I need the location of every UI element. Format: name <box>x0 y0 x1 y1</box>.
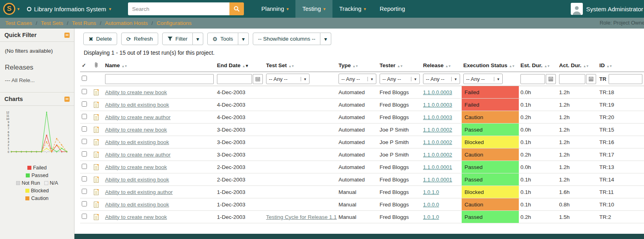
app-logo[interactable]: S <box>3 3 15 15</box>
table-row: Ability to create new author3-Dec-2003Au… <box>80 148 644 161</box>
column-header-type[interactable]: Type▲▼ <box>337 59 378 72</box>
show-hide-columns-select[interactable]: -- Show/hide columns -- <box>253 33 321 45</box>
row-checkbox[interactable] <box>82 126 87 132</box>
tools-button[interactable]: ⚙Tools <box>207 33 238 45</box>
logo-chevron-down-icon[interactable]: ▾ <box>17 6 20 12</box>
collapse-icon[interactable] <box>64 33 70 38</box>
row-checkbox[interactable] <box>82 201 87 206</box>
end-date-filter-input[interactable] <box>217 74 252 84</box>
release-link[interactable]: 1.0.1.0 <box>423 214 439 220</box>
column-header-test-set[interactable]: Test Set▲▼ <box>264 59 337 72</box>
test-run-icon <box>94 127 99 133</box>
release-link[interactable]: 1.1.0.0.0002 <box>423 152 452 158</box>
table-row: Ability to create new book2-Dec-2003Auto… <box>80 161 644 173</box>
test-set-filter-select[interactable]: -- Any --▾ <box>266 74 310 84</box>
release-link[interactable]: 1.0.0.0 <box>423 202 439 208</box>
column-header-est-dur[interactable]: Est. Dur.▲▼ <box>519 59 557 72</box>
column-header-execution-status[interactable]: Execution Status▲▼ <box>462 59 519 72</box>
column-header-release[interactable]: Release▲▼ <box>421 59 462 72</box>
chevron-down-icon: ▾ <box>364 6 366 12</box>
test-run-name-link[interactable]: Ability to create new author <box>105 114 171 120</box>
test-run-name-link[interactable]: Ability to edit existing author <box>105 189 173 195</box>
tester-filter-select[interactable]: -- Any --▾ <box>380 74 420 84</box>
refresh-button[interactable]: ⟳Refresh <box>121 33 158 45</box>
act-dur-calculator-button[interactable] <box>586 74 596 84</box>
act-dur-filter-input[interactable] <box>559 74 585 84</box>
release-link[interactable]: 1.1.0.0.0003 <box>423 114 452 120</box>
name-filter-input[interactable] <box>105 74 214 84</box>
release-link[interactable]: 1.1.0.0.0003 <box>423 102 452 108</box>
est-dur-calculator-button[interactable] <box>546 74 556 84</box>
nav-item-planning[interactable]: Planning▾ <box>254 0 295 18</box>
nav-item-testing[interactable]: Testing▾ <box>295 0 332 18</box>
release-link[interactable]: 1.1.0.0.0003 <box>423 89 452 95</box>
test-run-name-link[interactable]: Ability to create new book <box>105 127 167 133</box>
row-checkbox[interactable] <box>82 189 87 194</box>
row-checkbox[interactable] <box>82 139 87 144</box>
est-dur-cell: 0.0h <box>519 86 557 99</box>
column-header-act-dur[interactable]: Act. Dur.▲▼ <box>557 59 598 72</box>
release-filter-select[interactable]: -- Any --▾ <box>423 74 460 84</box>
breadcrumb-automation-hosts[interactable]: Automation Hosts <box>105 20 148 26</box>
type-filter-select[interactable]: -- Any --▾ <box>339 74 376 84</box>
test-runs-table: ✓ Name▲▼ End Date▲▼ Test Set▲▼ Type▲▼ Te… <box>80 59 644 223</box>
nav-item-tracking[interactable]: Tracking▾ <box>332 0 373 18</box>
type-cell: Automated <box>337 161 378 173</box>
row-checkbox[interactable] <box>82 151 87 157</box>
test-run-name-link[interactable]: Ability to create new author <box>105 152 171 158</box>
release-link[interactable]: 1.1.0.0.0001 <box>423 164 452 170</box>
release-link[interactable]: 1.1.0.0.0001 <box>423 177 452 183</box>
test-run-name-link[interactable]: Ability to edit existing book <box>105 102 169 108</box>
breadcrumb-configurations[interactable]: Configurations <box>157 20 192 26</box>
execution-status-filter-select[interactable]: -- Any --▾ <box>463 74 503 84</box>
column-header-id[interactable]: ID▲▼ <box>598 59 644 72</box>
column-header-end-date[interactable]: End Date▲▼ <box>215 59 264 72</box>
columns-dropdown-button[interactable]: ▾ <box>320 33 331 45</box>
user-menu[interactable]: System Administrator <box>571 3 644 15</box>
execution-status-cell: Failed <box>462 99 519 111</box>
test-run-name-link[interactable]: Ability to create new book <box>105 214 167 220</box>
search-input[interactable] <box>128 2 229 15</box>
breadcrumb-test-cases[interactable]: Test Cases <box>5 20 32 26</box>
test-run-name-link[interactable]: Ability to create new book <box>105 164 167 170</box>
sort-arrows-icon: ▲▼ <box>397 64 403 68</box>
chevron-down-icon: ▾ <box>301 77 309 81</box>
filter-button[interactable]: Filter <box>162 33 193 45</box>
breadcrumb-test-runs[interactable]: Test Runs <box>72 20 96 26</box>
project-name: Library Information System <box>34 6 106 12</box>
test-run-name-link[interactable]: Ability to edit existing book <box>105 177 169 183</box>
quick-filter-header: Quick Filter <box>0 29 74 42</box>
row-checkbox[interactable] <box>82 214 87 219</box>
breadcrumb-test-sets[interactable]: Test Sets <box>41 20 64 26</box>
select-all-header[interactable]: ✓ <box>80 59 92 72</box>
test-run-name-link[interactable]: Ability to create new book <box>105 89 167 95</box>
select-all-checkbox[interactable] <box>82 76 87 81</box>
tools-dropdown-button[interactable]: ▾ <box>238 33 249 45</box>
test-run-name-link[interactable]: Ability to edit existing book <box>105 139 169 145</box>
release-link[interactable]: 1.1.0.0.0002 <box>423 127 452 133</box>
id-filter-input[interactable] <box>609 74 642 84</box>
row-checkbox[interactable] <box>82 164 87 169</box>
nav-item-reporting[interactable]: Reporting <box>373 0 412 18</box>
row-checkbox[interactable] <box>82 114 87 119</box>
collapse-icon[interactable] <box>64 97 70 102</box>
calendar-picker-button[interactable] <box>253 74 263 84</box>
search-button[interactable] <box>229 2 244 15</box>
row-checkbox[interactable] <box>82 89 87 94</box>
delete-button[interactable]: ✖Delete <box>83 33 117 45</box>
execution-status-cell: Passed <box>462 211 519 223</box>
column-header-tester[interactable]: Tester▲▼ <box>378 59 421 72</box>
breadcrumb-separator: / <box>36 20 37 26</box>
release-link[interactable]: 1.0.1.0 <box>423 189 439 195</box>
filter-dropdown-button[interactable]: ▾ <box>193 33 203 45</box>
end-date-cell: 3-Dec-2003 <box>215 148 264 161</box>
test-set-link[interactable]: Testing Cycle for Release 1.1 <box>266 214 337 220</box>
releases-all-link[interactable]: --- All Rele... <box>0 72 74 88</box>
row-checkbox[interactable] <box>82 101 87 107</box>
row-checkbox[interactable] <box>82 176 87 181</box>
est-dur-filter-input[interactable] <box>520 74 545 84</box>
column-header-name[interactable]: Name▲▼ <box>103 59 215 72</box>
test-run-name-link[interactable]: Ability to edit existing book <box>105 202 169 208</box>
release-link[interactable]: 1.1.0.0.0002 <box>423 139 452 145</box>
project-selector[interactable]: Library Information System ▾ <box>27 6 111 12</box>
